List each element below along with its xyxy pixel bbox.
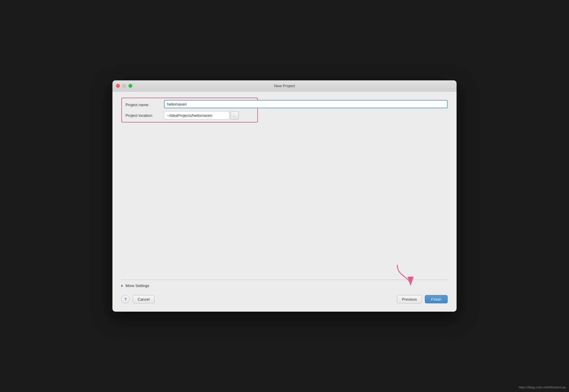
project-name-input[interactable]: [164, 100, 448, 108]
minimize-button[interactable]: [122, 84, 126, 88]
title-bar: New Project: [112, 80, 457, 92]
close-button[interactable]: [116, 84, 120, 88]
project-location-label: Project location:: [125, 113, 164, 118]
left-buttons: ? Cancel: [121, 295, 155, 303]
main-spacer: [121, 128, 448, 262]
traffic-lights: [116, 84, 132, 88]
arrow-annotation: [121, 262, 415, 289]
browse-button[interactable]: ...: [231, 111, 239, 119]
project-location-input[interactable]: [164, 111, 229, 119]
watermark: https://blog.csdn.net/WinstonLau: [519, 385, 566, 389]
button-row: ? Cancel Previous Finish: [121, 293, 448, 306]
project-name-input-wrapper: [164, 100, 448, 108]
right-buttons: Previous Finish: [397, 295, 448, 303]
maximize-button[interactable]: [128, 84, 132, 88]
help-button[interactable]: ?: [121, 295, 130, 303]
content-area: Project name: Project location: ...: [112, 92, 457, 312]
project-location-row: Project location: ...: [125, 111, 254, 119]
new-project-window: New Project Project name: Project locati…: [112, 80, 457, 312]
project-name-label: Project name:: [125, 103, 164, 107]
previous-button[interactable]: Previous: [397, 295, 422, 303]
window-title: New Project: [274, 84, 295, 88]
finish-button[interactable]: Finish: [425, 295, 448, 303]
cancel-button[interactable]: Cancel: [133, 295, 155, 303]
arrow-icon: [394, 262, 415, 289]
